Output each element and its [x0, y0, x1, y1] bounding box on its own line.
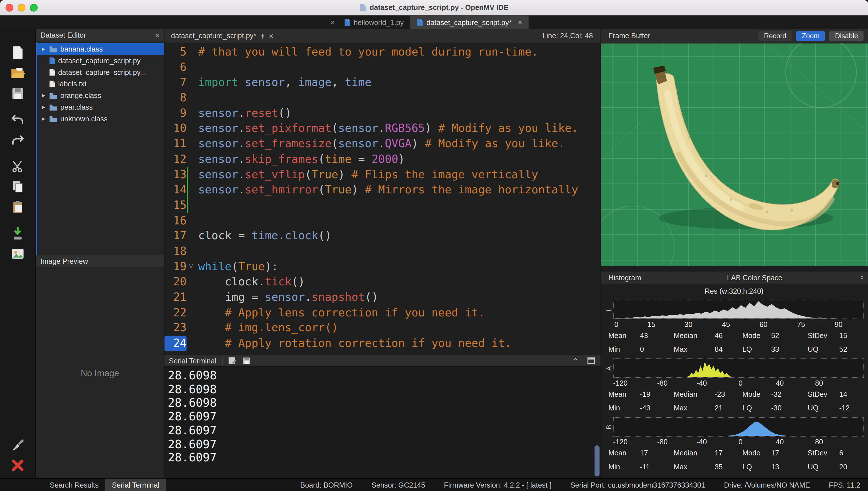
python-file-icon	[344, 19, 350, 26]
python-file-icon	[417, 19, 423, 26]
terminal-output[interactable]: 28.609828.609828.609828.609728.609728.60…	[164, 367, 601, 479]
code-line-12[interactable]: 12sensor.skip_frames(time = 2000)	[164, 152, 601, 167]
histogram-header: Histogram LAB Color Space ▲▼	[601, 271, 868, 284]
code-line-6[interactable]: 6	[164, 60, 601, 75]
snapshot-image-button[interactable]	[6, 243, 29, 264]
stat-value: 17	[715, 446, 742, 460]
code-line-14[interactable]: 14sensor.set_hmirror(True) # Mirrors the…	[164, 182, 601, 198]
tree-item-labels-txt[interactable]: labels.txt	[37, 78, 164, 90]
close-document-icon[interactable]: ×	[269, 31, 274, 40]
open-file-button[interactable]	[6, 63, 29, 83]
stat-value: 84	[715, 342, 742, 356]
connect-board-button[interactable]	[6, 223, 29, 243]
tree-item-unknown-class[interactable]: ▶unknown.class	[37, 113, 164, 125]
axis-tick-label: -40	[696, 438, 707, 446]
code-line-18[interactable]: 18	[164, 244, 601, 259]
axis-tick-label: 30	[684, 320, 692, 328]
terminal-save-icon[interactable]	[243, 357, 251, 365]
main-content: Dataset Editor × ▶banana.classdataset_ca…	[0, 29, 868, 479]
disclosure-triangle-icon[interactable]: ▶	[40, 116, 46, 121]
collapse-terminal-icon[interactable]: ⌃	[572, 356, 579, 365]
close-dataset-editor-icon[interactable]: ×	[155, 31, 159, 39]
tree-item-orange-class[interactable]: ▶orange.class	[37, 90, 164, 102]
stat-label: Mode	[743, 387, 771, 401]
tree-item-banana-class[interactable]: ▶banana.class	[37, 43, 164, 55]
copy-button[interactable]	[6, 176, 29, 197]
image-preview-area: No Image	[36, 268, 164, 479]
disclosure-triangle-icon[interactable]: ▶	[40, 93, 46, 98]
code-line-23[interactable]: 23 # img.lens_corr()	[164, 320, 601, 336]
close-icon[interactable]: ×	[328, 18, 338, 27]
redo-button[interactable]	[6, 129, 29, 150]
tab-close-icon[interactable]: ×	[518, 18, 522, 27]
code-editor[interactable]: 5# that you will feed to your model duri…	[164, 43, 601, 354]
statusbar-tab-serial-terminal[interactable]: Serial Terminal	[105, 479, 166, 491]
stat-label: UQ	[808, 460, 839, 474]
code-line-9[interactable]: 9sensor.reset()	[164, 106, 601, 121]
open-terminal-window-icon[interactable]	[587, 357, 595, 364]
resolution-text: Res (w:320,h:240)	[604, 284, 863, 298]
code-line-10[interactable]: 10sensor.set_pixformat(sensor.RGB565) # …	[164, 121, 601, 137]
code-line-24[interactable]: 24 # Apply rotation correction if you ne…	[164, 336, 601, 351]
editor-tabs: helloworld_1.pydataset_capture_script.py…	[338, 16, 529, 29]
cut-button[interactable]	[6, 156, 29, 176]
tree-item-dataset-capture-script-py[interactable]: dataset_capture_script.py	[37, 55, 164, 67]
code-line-21[interactable]: 21 img = sensor.snapshot()	[164, 290, 601, 305]
terminal-log-icon[interactable]	[228, 357, 237, 365]
code-line-5[interactable]: 5# that you will feed to your model duri…	[164, 45, 601, 60]
code-line-16[interactable]: 16	[164, 213, 601, 228]
clean-flash-button[interactable]	[6, 434, 29, 455]
titlebar: dataset_capture_script.py - OpenMV IDE	[0, 0, 868, 16]
fold-arrow-icon[interactable]: ˅	[187, 259, 195, 275]
record-button[interactable]: Record	[758, 31, 792, 41]
stat-value: 13	[771, 460, 808, 474]
code-line-8[interactable]: 8	[164, 90, 601, 106]
code-line-13[interactable]: 13sensor.set_vflip(True) # Flips the ima…	[164, 167, 601, 182]
code-line-22[interactable]: 22 # Apply lens correction if you need i…	[164, 305, 601, 320]
disclosure-triangle-icon[interactable]: ▶	[40, 105, 46, 110]
histogram-axis: 0153045607590	[613, 319, 863, 328]
new-file-button[interactable]	[6, 42, 29, 63]
color-space-dropdown[interactable]: LAB Color Space ▲▼	[641, 271, 868, 284]
minimize-window-button[interactable]	[18, 4, 25, 12]
statusbar-tab-search-results[interactable]: Search Results	[43, 479, 105, 491]
image-preview-title: Image Preview	[40, 257, 88, 265]
stat-label: Mean	[609, 387, 640, 401]
fold-gutter	[187, 198, 195, 213]
code-line-20[interactable]: 20 clock.tick()	[164, 274, 601, 290]
histogram-channel-a: A-120-80-4004080Mean-19Median-23Mode-32S…	[604, 358, 863, 415]
disclosure-triangle-icon[interactable]: ▶	[40, 47, 46, 52]
fullscreen-window-button[interactable]	[30, 4, 37, 12]
undo-button[interactable]	[6, 109, 29, 129]
disable-button[interactable]: Disable	[830, 31, 864, 41]
tree-item-dataset-capture-script-py-[interactable]: dataset_capture_script.py...	[37, 66, 164, 78]
tree-item-pear-class[interactable]: ▶pear.class	[37, 102, 164, 113]
fold-gutter	[187, 60, 195, 75]
code-line-19[interactable]: 19˅while(True):	[164, 259, 601, 275]
status-bar: Search ResultsSerial Terminal Board: BOR…	[0, 478, 868, 491]
stop-disconnect-button[interactable]	[6, 455, 29, 475]
zoom-button[interactable]: Zoom	[796, 31, 825, 41]
line-number: 11	[164, 137, 187, 152]
code-line-15[interactable]: 15	[164, 198, 601, 213]
fold-gutter	[187, 182, 195, 198]
line-number: 20	[164, 274, 187, 290]
paste-button[interactable]	[6, 197, 29, 217]
color-space-value: LAB Color Space	[727, 273, 782, 282]
stat-value: 17	[771, 446, 808, 460]
code-line-7[interactable]: 7import sensor, image, time	[164, 75, 601, 90]
document-dropdown-icon[interactable]: ▲▼	[261, 33, 265, 38]
code-line-11[interactable]: 11sensor.set_framesize(sensor.QVGA) # Mo…	[164, 137, 601, 152]
code-line-17[interactable]: 17clock = time.clock()	[164, 228, 601, 244]
terminal-scrollbar[interactable]	[594, 445, 600, 476]
fold-gutter	[187, 320, 195, 336]
stat-label: Mode	[743, 329, 771, 343]
save-file-button[interactable]	[6, 83, 29, 104]
file-icon	[49, 80, 55, 87]
tab-dataset-capture-script-py-[interactable]: dataset_capture_script.py*×	[410, 16, 529, 29]
stat-label: Mean	[609, 329, 640, 343]
axis-tick-label: 80	[815, 438, 823, 446]
stat-label: Max	[674, 342, 715, 356]
close-window-button[interactable]	[5, 4, 13, 12]
tab-helloworld-1-py[interactable]: helloworld_1.py	[338, 16, 410, 29]
